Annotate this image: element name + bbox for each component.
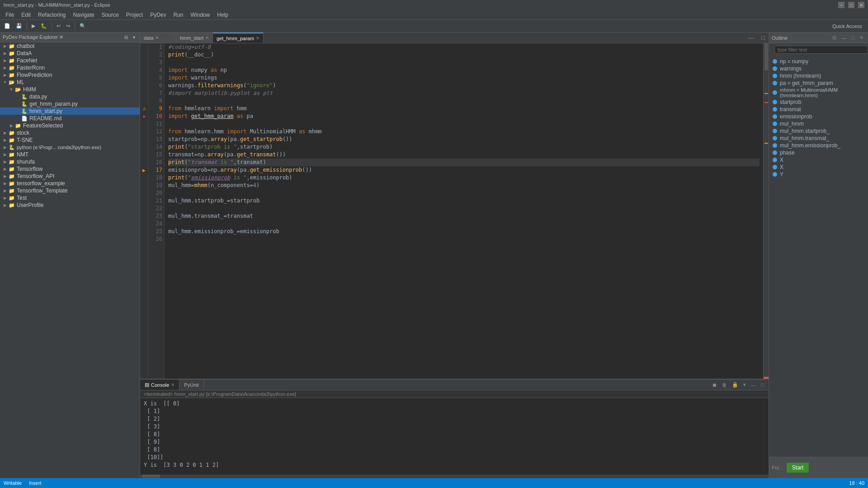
outline-minimize-button[interactable]: —: [840, 34, 848, 42]
tab-gethmmparam[interactable]: get_hmm_param ✕: [213, 33, 264, 43]
debug-button[interactable]: 🐛: [38, 22, 49, 30]
outline-item-pa[interactable]: pa = get_hmm_param: [769, 80, 868, 87]
tab-hmmstart[interactable]: hmm_start ✕: [176, 33, 213, 43]
close-button[interactable]: ✕: [858, 2, 864, 8]
tree-item-tensorflowtemplate[interactable]: ▶ 📁 Tensorflow_Template: [0, 187, 140, 194]
tree-item-shurufa[interactable]: ▶ 📁 shurufa: [0, 158, 140, 165]
editor-scrollbar[interactable]: [763, 43, 769, 379]
outline-item-emissionprob[interactable]: emissionprob: [769, 113, 868, 120]
tree-item-fasterrcnn[interactable]: ▶ 📁 FasterRcnn: [0, 64, 140, 71]
tree-item-tsne[interactable]: ▶ 📁 T-SNE: [0, 136, 140, 144]
outline-close-button[interactable]: ✕: [858, 34, 865, 42]
outline-item-hmm[interactable]: hmm (hmmlearn): [769, 72, 868, 80]
tree-item-ml[interactable]: ▼ 📂 ML: [0, 79, 140, 86]
tree-item-chatbot[interactable]: ▶ 📁 chatbot: [0, 42, 140, 50]
tree-item-tensorflowapi[interactable]: ▶ 📁 Tensorflow_API: [0, 173, 140, 180]
maximize-console-button[interactable]: □: [759, 381, 766, 389]
tree-item-userprofile[interactable]: ▶ 📁 UserProfile: [0, 202, 140, 209]
tree-item-gethmmparam[interactable]: ▶ 🐍 get_hmm_param.py: [0, 100, 140, 108]
save-button[interactable]: 💾: [14, 22, 24, 30]
tree-arrow-flowprediction: ▶: [2, 73, 8, 77]
menu-navigate[interactable]: Navigate: [69, 11, 98, 19]
search-button[interactable]: 🔍: [77, 22, 88, 30]
run-button[interactable]: ▶: [29, 22, 38, 30]
code-line-26: [168, 235, 760, 243]
code-area[interactable]: #coding=utf-8 print(__doc__) import nump…: [165, 43, 763, 379]
outline-maximize-button[interactable]: □: [849, 34, 856, 42]
scrollbar-thumb[interactable]: [764, 43, 768, 70]
menu-source[interactable]: Source: [98, 11, 123, 19]
menu-run[interactable]: Run: [170, 11, 187, 19]
outline-item-mul-hmm-startprob[interactable]: mul_hmm.startprob_: [769, 127, 868, 135]
outline-item-mul-hmm-transmat[interactable]: mul_hmm.transmat_: [769, 135, 868, 142]
collapse-all-button[interactable]: ⊟: [123, 34, 130, 41]
editor-area: data ✕ hmm_start ✕ get_hmm_param ✕ — □: [140, 33, 769, 379]
tree-item-tensorflow[interactable]: ▶ 📁 Tensorflow: [0, 165, 140, 173]
tree-item-python[interactable]: ▶ 🐍 python (e:\Progr... conda3\python.ex…: [0, 144, 140, 151]
menu-window[interactable]: Window: [187, 11, 214, 19]
folder-icon-shurufa: 📁: [8, 159, 15, 165]
console-scrollbar[interactable]: [140, 474, 769, 478]
menu-file[interactable]: File: [2, 11, 18, 19]
scroll-lock-button[interactable]: 🔒: [730, 381, 740, 389]
menu-project[interactable]: Project: [123, 11, 146, 19]
outline-item-y[interactable]: Y: [769, 171, 868, 178]
minimize-button[interactable]: −: [838, 2, 844, 8]
outline-item-mhmm[interactable]: mhmm = MultinomialHMM (hmmlearn.hmm): [769, 87, 868, 99]
clear-console-button[interactable]: 🗑: [720, 381, 729, 389]
outline-item-np[interactable]: np = numpy: [769, 58, 868, 65]
console-scrollbar-thumb[interactable]: [142, 475, 160, 478]
maximize-button[interactable]: □: [848, 2, 854, 8]
outline-item-warnings[interactable]: warnings: [769, 65, 868, 72]
tree-item-datapy[interactable]: ▶ 🐍 data.py: [0, 93, 140, 100]
tree-item-tensorflowexample[interactable]: ▶ 📁 tensorflow_example: [0, 180, 140, 187]
btab-pyunit[interactable]: PyUnit: [179, 380, 203, 390]
menu-refactoring[interactable]: Refactoring: [34, 11, 69, 19]
console-content[interactable]: X is [[ 0] [ 1] [ 2] [ 3] [ 8] [ 9] [ 8]…: [140, 398, 769, 474]
outline-filter-input[interactable]: [774, 46, 868, 54]
tree-item-facenet[interactable]: ▶ 📁 FaceNet: [0, 57, 140, 64]
maximize-editor-button[interactable]: □: [758, 33, 769, 43]
explorer-menu-button[interactable]: ▾: [131, 34, 137, 41]
outline-item-x1[interactable]: X: [769, 156, 868, 164]
tree-item-readme[interactable]: ▶ 📄 README.md: [0, 115, 140, 122]
outline-collapse-button[interactable]: ⊟: [830, 34, 838, 42]
tab-data[interactable]: data ✕: [140, 33, 176, 43]
btab-console-close[interactable]: ✕: [171, 382, 175, 387]
editor-tabs: data ✕ hmm_start ✕ get_hmm_param ✕ — □: [140, 33, 769, 43]
tab-gethmmparam-close[interactable]: ✕: [256, 36, 259, 41]
outline-item-startprob[interactable]: startprob: [769, 99, 868, 106]
outline-label-transmat: transmat: [780, 106, 801, 113]
outline-label-np: np = numpy: [780, 58, 808, 65]
tree-item-featureselected[interactable]: ▶ 📁 FeatureSelected: [0, 122, 140, 129]
outline-item-x2[interactable]: X: [769, 164, 868, 171]
start-button[interactable]: Start: [787, 463, 809, 473]
outline-item-mul-hmm[interactable]: mul_hmm: [769, 120, 868, 127]
outline-item-phase[interactable]: phase: [769, 149, 868, 156]
tree-item-nmt[interactable]: ▶ 📁 NMT: [0, 151, 140, 158]
tree-item-hmmstart[interactable]: ▶ 🐍 hmm_start.py: [0, 108, 140, 115]
menu-pydev[interactable]: PyDev: [146, 11, 170, 19]
tree-item-flowprediction[interactable]: ▶ 📁 FlowPrediction: [0, 71, 140, 79]
terminate-button[interactable]: ⏹: [710, 381, 719, 389]
minimize-console-button[interactable]: —: [749, 381, 758, 389]
outline-item-mul-hmm-emission[interactable]: mul_hmm.emissionprob_: [769, 142, 868, 149]
quick-access-field[interactable]: Quick Access: [828, 22, 866, 30]
tree-label-shurufa: shurufa: [17, 159, 35, 165]
tab-data-close[interactable]: ✕: [155, 35, 159, 40]
menu-edit[interactable]: Edit: [18, 11, 34, 19]
tree-item-dataa[interactable]: ▶ 📁 DataA: [0, 50, 140, 57]
tree-label-tensorflow: Tensorflow: [17, 166, 42, 172]
menu-help[interactable]: Help: [213, 11, 232, 19]
tree-item-stock[interactable]: ▶ 📁 stock: [0, 129, 140, 136]
outline-item-transmat[interactable]: transmat: [769, 106, 868, 113]
minimize-editor-button[interactable]: —: [745, 33, 758, 43]
tree-item-hmm[interactable]: ▼ 📂 HMM: [0, 86, 140, 93]
btab-console[interactable]: ▤ Console ✕: [140, 380, 179, 390]
undo-button[interactable]: ↩: [54, 22, 63, 30]
tree-item-test[interactable]: ▶ 📁 Test: [0, 194, 140, 202]
redo-button[interactable]: ↪: [64, 22, 72, 30]
console-menu-button[interactable]: ▾: [741, 381, 748, 389]
tab-hmmstart-close[interactable]: ✕: [205, 35, 209, 40]
new-button[interactable]: 📄: [2, 22, 13, 30]
